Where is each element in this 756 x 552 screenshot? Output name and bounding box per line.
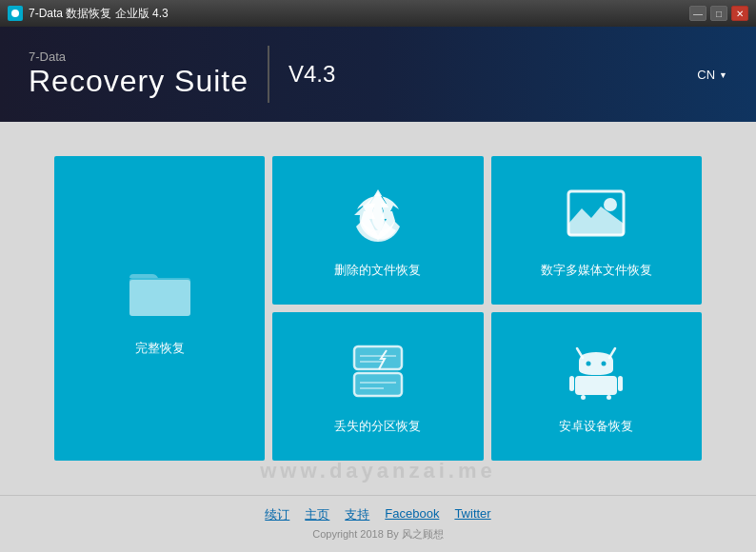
- svg-rect-19: [607, 395, 611, 400]
- app-header: 7-Data Recovery Suite V4.3 CN: [0, 27, 756, 122]
- svg-point-0: [11, 10, 19, 17]
- recycle-icon: [345, 182, 411, 248]
- partition-recovery-label: 丢失的分区恢复: [334, 418, 421, 435]
- photo-icon: [563, 182, 629, 248]
- title-bar: 7-Data 数据恢复 企业版 4.3 — □ ✕: [0, 0, 756, 27]
- copyright-text: Copyright 2018 By 风之顾想: [312, 527, 444, 542]
- svg-rect-15: [575, 376, 617, 395]
- android-icon: [563, 338, 629, 404]
- title-bar-controls: — □ ✕: [689, 6, 748, 21]
- deleted-recovery-label: 删除的文件恢复: [334, 262, 421, 279]
- renew-link[interactable]: 续订: [265, 506, 289, 523]
- hdd-icon: [345, 338, 411, 404]
- facebook-link[interactable]: Facebook: [385, 506, 439, 523]
- footer: 续订 主页 支持 Facebook Twitter Copyright 2018…: [0, 495, 756, 552]
- folder-icon: [127, 260, 193, 326]
- language-selector[interactable]: CN: [697, 68, 727, 82]
- svg-point-14: [602, 362, 607, 366]
- close-button[interactable]: ✕: [731, 6, 748, 21]
- main-content: 完整恢复 删除的文件恢复: [0, 122, 756, 495]
- android-recovery-label: 安卓设备恢复: [559, 418, 633, 435]
- svg-rect-8: [354, 373, 402, 396]
- header-brand-text: 7-Data: [29, 49, 249, 64]
- maximize-button[interactable]: □: [710, 6, 727, 21]
- footer-links: 续订 主页 支持 Facebook Twitter: [265, 506, 490, 523]
- header-version: V4.3: [288, 61, 335, 88]
- header-divider: [268, 46, 269, 103]
- svg-point-4: [604, 198, 617, 211]
- complete-recovery-button[interactable]: 完整恢复: [54, 156, 265, 461]
- home-link[interactable]: 主页: [305, 506, 329, 523]
- svg-point-13: [587, 362, 591, 366]
- minimize-button[interactable]: —: [689, 6, 706, 21]
- header-app-name: Recovery Suite: [29, 64, 249, 99]
- svg-rect-2: [129, 280, 190, 316]
- header-logo: 7-Data Recovery Suite: [29, 49, 249, 99]
- svg-rect-16: [569, 376, 574, 391]
- multimedia-recovery-label: 数字多媒体文件恢复: [541, 262, 652, 279]
- svg-rect-18: [581, 395, 586, 400]
- multimedia-recovery-button[interactable]: 数字多媒体文件恢复: [491, 156, 702, 305]
- twitter-link[interactable]: Twitter: [454, 506, 490, 523]
- partition-recovery-button[interactable]: 丢失的分区恢复: [272, 312, 483, 461]
- svg-rect-5: [354, 346, 402, 369]
- svg-rect-17: [618, 376, 623, 391]
- title-bar-text: 7-Data 数据恢复 企业版 4.3: [29, 6, 169, 22]
- recovery-grid: 完整恢复 删除的文件恢复: [54, 156, 702, 461]
- deleted-recovery-button[interactable]: 删除的文件恢复: [272, 156, 483, 305]
- app-icon: [8, 6, 23, 21]
- support-link[interactable]: 支持: [345, 506, 369, 523]
- android-recovery-button[interactable]: 安卓设备恢复: [491, 312, 702, 461]
- complete-recovery-label: 完整恢复: [135, 340, 185, 357]
